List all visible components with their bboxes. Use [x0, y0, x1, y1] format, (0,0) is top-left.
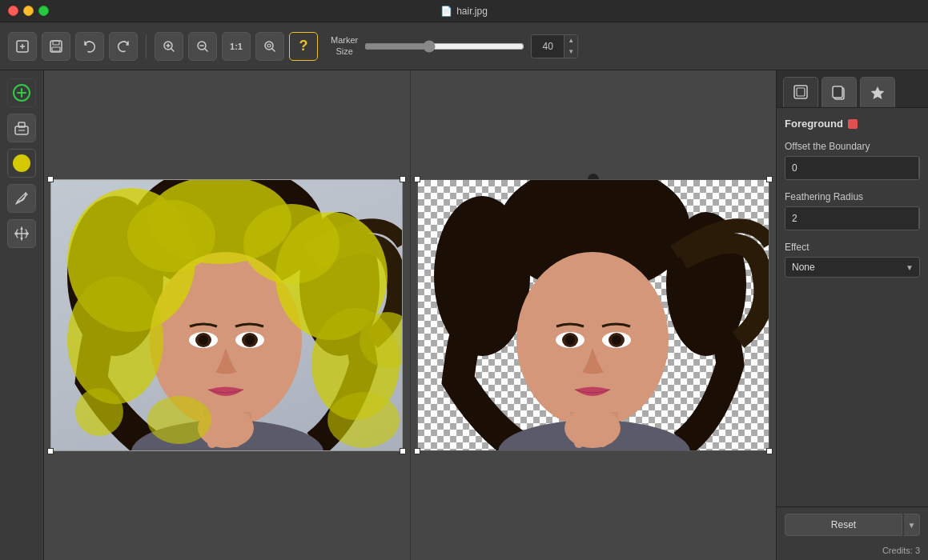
offset-boundary-down[interactable]: ▼: [919, 168, 920, 179]
marker-size-label: MarkerSize: [331, 35, 358, 56]
svg-point-34: [127, 200, 215, 272]
effect-select[interactable]: None Blur Sharpen Glow: [785, 257, 920, 278]
close-button[interactable]: [8, 6, 18, 16]
offset-boundary-group: Offset the Boundary ▲ ▼: [785, 141, 920, 180]
credits-bar: Credits: 3: [777, 542, 928, 560]
window-title: 📄 hair.jpg: [440, 6, 488, 17]
canvas-area: [44, 70, 776, 560]
feathering-radius-group: Feathering Radius ▲ ▼: [785, 191, 920, 230]
help-button[interactable]: ?: [289, 32, 318, 61]
panel-spacer: [777, 317, 928, 506]
offset-boundary-input-row: ▲ ▼: [785, 156, 920, 180]
marker-size-stepper[interactable]: ▲ ▼: [564, 35, 577, 58]
offset-boundary-stepper: ▲ ▼: [918, 157, 920, 179]
svg-rect-53: [586, 416, 596, 446]
undo-button[interactable]: [75, 32, 104, 61]
add-foreground-tool[interactable]: [7, 78, 36, 107]
brush-strokes-svg: [51, 180, 403, 451]
offset-boundary-input[interactable]: [785, 158, 918, 178]
svg-point-11: [13, 154, 30, 172]
effect-select-wrapper: None Blur Sharpen Glow ▼: [785, 257, 920, 278]
panel-content: Foreground Offset the Boundary ▲ ▼ Feath…: [777, 108, 928, 317]
handle-bottom-left[interactable]: [47, 448, 54, 454]
redo-button[interactable]: [109, 32, 138, 61]
right-portrait-svg: [418, 180, 769, 451]
tab-layers[interactable]: [783, 77, 818, 107]
left-toolbar: [0, 70, 44, 560]
foreground-text: Foreground: [785, 118, 843, 130]
handle-top-left[interactable]: [47, 176, 54, 182]
right-handle-top-right[interactable]: [766, 176, 773, 182]
bottom-bar: Reset ▼: [777, 506, 928, 542]
svg-point-7: [267, 44, 271, 47]
zoom-out-button[interactable]: [188, 32, 217, 61]
svg-point-42: [516, 252, 669, 428]
tab-favorites[interactable]: [860, 77, 895, 107]
tab-bar: [777, 70, 928, 108]
svg-point-47: [565, 335, 575, 345]
tab-copy[interactable]: [822, 77, 857, 107]
handle-top-right[interactable]: [400, 176, 406, 182]
reset-btn-row: Reset ▼: [785, 514, 920, 536]
save-button[interactable]: [42, 32, 70, 61]
feathering-radius-input[interactable]: [785, 209, 918, 228]
color-tool[interactable]: [7, 149, 36, 178]
right-handle-top-left[interactable]: [414, 176, 420, 182]
right-canvas: [417, 179, 769, 451]
feathering-radius-input-row: ▲ ▼: [785, 206, 920, 230]
zoom-in-button[interactable]: [155, 32, 183, 61]
svg-marker-59: [871, 86, 885, 99]
offset-boundary-up[interactable]: ▲: [919, 157, 920, 168]
reset-dropdown-button[interactable]: ▼: [904, 514, 920, 536]
feathering-radius-down[interactable]: ▼: [919, 218, 920, 230]
credits-text: Credits: 3: [882, 546, 920, 555]
zoom-fit-button[interactable]: 1:1: [222, 32, 251, 61]
svg-point-33: [243, 204, 339, 284]
titlebar: 📄 hair.jpg: [0, 0, 928, 22]
right-panel: Foreground Offset the Boundary ▲ ▼ Feath…: [776, 70, 928, 560]
svg-rect-56: [797, 88, 805, 96]
feathering-radius-label: Feathering Radius: [785, 191, 920, 202]
move-tool[interactable]: [7, 219, 36, 248]
svg-point-37: [147, 396, 211, 444]
maximize-button[interactable]: [38, 6, 49, 16]
marker-size-value: 40: [532, 39, 564, 54]
reset-button[interactable]: Reset: [785, 514, 902, 536]
svg-point-50: [612, 335, 621, 345]
offset-boundary-label: Offset the Boundary: [785, 141, 920, 152]
left-canvas-panel[interactable]: [44, 70, 411, 560]
marker-size-group: MarkerSize 40 ▲ ▼: [331, 34, 578, 58]
main-area: Foreground Offset the Boundary ▲ ▼ Feath…: [0, 70, 928, 560]
zoom-window-button[interactable]: [255, 32, 284, 61]
brush-tool[interactable]: [7, 184, 36, 213]
marker-size-up[interactable]: ▲: [564, 35, 577, 46]
marker-size-down[interactable]: ▼: [564, 46, 577, 58]
separator: [146, 34, 147, 58]
main-toolbar: 1:1 ? MarkerSize 40 ▲ ▼: [0, 22, 928, 70]
svg-rect-58: [833, 86, 842, 98]
handle-bottom-right[interactable]: [400, 448, 406, 454]
traffic-lights: [8, 6, 49, 16]
svg-point-29: [67, 276, 163, 404]
erase-tool[interactable]: [7, 114, 36, 142]
foreground-label-row: Foreground: [785, 118, 920, 130]
svg-rect-54: [598, 418, 607, 447]
feathering-radius-stepper: ▲ ▼: [918, 207, 920, 230]
svg-point-36: [75, 388, 123, 436]
right-handle-bottom-left[interactable]: [414, 448, 420, 454]
marker-size-value-box: 40 ▲ ▼: [531, 34, 578, 58]
marker-size-slider[interactable]: [364, 40, 524, 53]
minimize-button[interactable]: [23, 6, 34, 16]
effect-group: Effect None Blur Sharpen Glow ▼: [785, 242, 920, 278]
file-icon: 📄: [440, 6, 452, 17]
new-button[interactable]: [8, 32, 37, 61]
feathering-radius-up[interactable]: ▲: [919, 207, 920, 218]
svg-rect-3: [52, 47, 60, 51]
right-handle-bottom-right[interactable]: [766, 448, 773, 454]
effect-label: Effect: [785, 242, 920, 253]
foreground-badge: [848, 119, 858, 129]
right-canvas-panel: [411, 70, 777, 560]
svg-rect-52: [574, 420, 584, 448]
svg-point-38: [327, 392, 400, 448]
left-canvas: [50, 179, 403, 451]
